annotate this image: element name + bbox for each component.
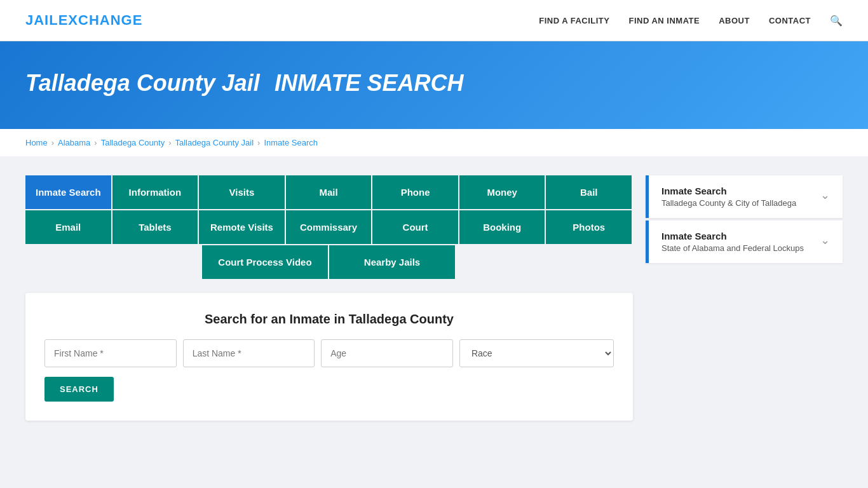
breadcrumb-sep-2: › bbox=[94, 138, 97, 147]
left-content: Inmate Search Information Visits Mail Ph… bbox=[25, 175, 633, 421]
site-logo[interactable]: JAILEXCHANGE bbox=[25, 12, 142, 29]
search-form-title: Search for an Inmate in Talladega County bbox=[44, 312, 614, 327]
main-content: Inmate Search Information Visits Mail Ph… bbox=[0, 156, 868, 440]
nav-about[interactable]: ABOUT bbox=[719, 16, 750, 25]
breadcrumb-sep-1: › bbox=[51, 138, 54, 147]
tab-email[interactable]: Email bbox=[25, 210, 112, 245]
tab-nearby-jails[interactable]: Nearby Jails bbox=[329, 245, 456, 280]
sidebar-card-2-subtitle: State of Alabama and Federal Lockups bbox=[661, 243, 804, 253]
tabs-row-3: Court Process Video Nearby Jails bbox=[25, 245, 633, 280]
breadcrumb-inmate-search[interactable]: Inmate Search bbox=[264, 138, 318, 147]
breadcrumb-alabama[interactable]: Alabama bbox=[58, 138, 90, 147]
tab-court-process-video[interactable]: Court Process Video bbox=[202, 245, 329, 280]
nav-contact[interactable]: CONTACT bbox=[769, 16, 811, 25]
chevron-down-icon-2: ⌄ bbox=[820, 233, 830, 247]
form-row-names: Race White Black Hispanic Asian Other bbox=[44, 339, 614, 367]
tabs-row-1: Inmate Search Information Visits Mail Ph… bbox=[25, 175, 633, 210]
sidebar-card-2-title: Inmate Search bbox=[661, 231, 804, 241]
navigation: JAILEXCHANGE FIND A FACILITY FIND AN INM… bbox=[0, 0, 868, 41]
search-icon-button[interactable]: 🔍 bbox=[830, 15, 843, 27]
logo-exchange: EXCHANGE bbox=[58, 12, 143, 28]
last-name-input[interactable] bbox=[183, 339, 315, 367]
tab-bail[interactable]: Bail bbox=[546, 175, 633, 210]
sidebar-card-1-title: Inmate Search bbox=[661, 186, 796, 196]
tab-booking[interactable]: Booking bbox=[459, 210, 546, 245]
sidebar-card-2[interactable]: Inmate Search State of Alabama and Feder… bbox=[646, 220, 843, 263]
tab-commissary[interactable]: Commissary bbox=[286, 210, 373, 245]
breadcrumb-jail[interactable]: Talladega County Jail bbox=[175, 138, 254, 147]
page-title: Talladega County Jail INMATE SEARCH bbox=[25, 67, 843, 97]
tabs-grid: Inmate Search Information Visits Mail Ph… bbox=[25, 175, 633, 280]
logo-jail: JAIL bbox=[25, 12, 58, 28]
tab-information[interactable]: Information bbox=[112, 175, 200, 210]
breadcrumb: Home › Alabama › Talladega County › Tall… bbox=[0, 129, 868, 156]
tab-tablets[interactable]: Tablets bbox=[112, 210, 200, 245]
tab-photos[interactable]: Photos bbox=[546, 210, 633, 245]
tab-phone[interactable]: Phone bbox=[372, 175, 459, 210]
tab-mail[interactable]: Mail bbox=[286, 175, 373, 210]
breadcrumb-sep-3: › bbox=[168, 138, 171, 147]
search-button[interactable]: SEARCH bbox=[44, 377, 114, 402]
hero-section: Talladega County Jail INMATE SEARCH bbox=[0, 41, 868, 129]
search-form-card: Search for an Inmate in Talladega County… bbox=[25, 293, 633, 421]
tab-inmate-search[interactable]: Inmate Search bbox=[25, 175, 112, 210]
chevron-down-icon-1: ⌄ bbox=[820, 188, 830, 202]
race-select[interactable]: Race White Black Hispanic Asian Other bbox=[459, 339, 614, 367]
nav-links: FIND A FACILITY FIND AN INMATE ABOUT CON… bbox=[539, 15, 843, 27]
age-input[interactable] bbox=[321, 339, 453, 367]
sidebar-card-1[interactable]: Inmate Search Talladega County & City of… bbox=[646, 175, 843, 218]
sidebar: Inmate Search Talladega County & City of… bbox=[646, 175, 843, 263]
nav-find-facility[interactable]: FIND A FACILITY bbox=[539, 16, 609, 25]
tab-money[interactable]: Money bbox=[459, 175, 546, 210]
breadcrumb-home[interactable]: Home bbox=[25, 138, 48, 147]
breadcrumb-talladega-county[interactable]: Talladega County bbox=[101, 138, 165, 147]
nav-find-inmate[interactable]: FIND AN INMATE bbox=[628, 16, 700, 25]
tab-remote-visits[interactable]: Remote Visits bbox=[199, 210, 286, 245]
first-name-input[interactable] bbox=[44, 339, 177, 367]
tab-visits[interactable]: Visits bbox=[199, 175, 286, 210]
sidebar-card-1-subtitle: Talladega County & City of Talladega bbox=[661, 198, 796, 208]
tab-court[interactable]: Court bbox=[372, 210, 459, 245]
breadcrumb-sep-4: › bbox=[257, 138, 260, 147]
tabs-row-2: Email Tablets Remote Visits Commissary C… bbox=[25, 210, 633, 245]
